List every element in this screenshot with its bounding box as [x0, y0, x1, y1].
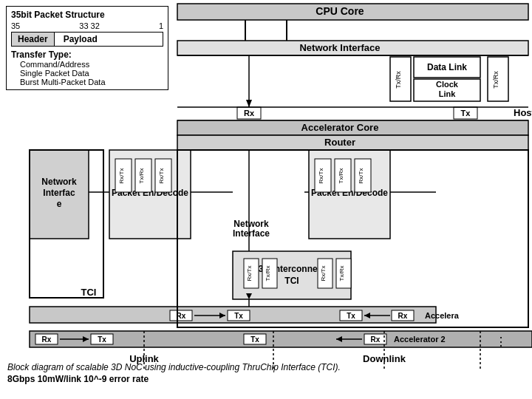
packet-info-box: 35bit Packet Structure 35 33 32 1 Header… — [6, 6, 168, 90]
caption-line2: 8Gbps 10mW/link 10^-9 error rate — [7, 374, 341, 384]
packet-fields: Header Payload — [11, 32, 163, 47]
svg-text:Rx/Tx: Rx/Tx — [118, 168, 125, 184]
svg-text:Tx: Tx — [250, 335, 259, 344]
svg-text:Tx/Rx: Tx/Rx — [138, 168, 145, 184]
svg-text:Rx/Tx: Rx/Tx — [158, 168, 165, 184]
svg-text:Tx: Tx — [347, 312, 355, 320]
svg-text:Rx/Tx: Rx/Tx — [246, 266, 253, 282]
svg-text:Tx: Tx — [461, 109, 471, 117]
svg-text:Tx/Rx: Tx/Rx — [395, 71, 402, 89]
accelerator-core-label: Accelerator Core — [301, 122, 379, 133]
svg-text:Rx: Rx — [244, 109, 255, 117]
svg-text:Accelerator 2: Accelerator 2 — [394, 335, 446, 344]
transfer-type-item-2: Burst Multi-Packet Data — [20, 78, 163, 86]
svg-marker-20 — [246, 100, 252, 107]
svg-text:Tx/Rx: Tx/Rx — [265, 266, 271, 282]
header-cell: Header — [12, 33, 55, 46]
svg-text:TCI: TCI — [284, 276, 299, 286]
svg-text:Tx: Tx — [98, 335, 106, 344]
tci-label: TCI — [81, 287, 97, 298]
svg-text:Rx: Rx — [398, 312, 408, 320]
svg-text:Network: Network — [233, 219, 269, 229]
transfer-type-item-0: Command/Address — [20, 60, 163, 69]
svg-text:Clock: Clock — [436, 80, 459, 89]
caption-line1: Block diagram of scalable 3D NoC using i… — [7, 362, 341, 372]
data-link-label: Data Link — [427, 62, 467, 72]
svg-text:Tx/Rx: Tx/Rx — [338, 168, 344, 184]
svg-text:Tx: Tx — [234, 312, 243, 320]
transfer-type-items: Command/Address Single Packet Data Burst… — [11, 60, 163, 86]
svg-text:Network: Network — [41, 177, 77, 187]
transfer-type-label: Transfer Type: — [11, 50, 72, 60]
cpu-core-label: CPU Core — [316, 5, 364, 17]
host-label: Host — [514, 107, 532, 118]
svg-text:Tx/Rx: Tx/Rx — [492, 71, 499, 89]
svg-text:Interfac: Interfac — [43, 188, 75, 198]
svg-text:Rx: Rx — [371, 335, 381, 344]
svg-text:Interface: Interface — [233, 228, 270, 239]
svg-text:e: e — [57, 199, 62, 209]
packet-bits: 35 33 32 1 — [11, 21, 163, 30]
caption: Block diagram of scalable 3D NoC using i… — [7, 362, 341, 384]
svg-text:Rx/Tx: Rx/Tx — [320, 266, 327, 282]
bit-33-32: 33 32 — [79, 21, 100, 30]
transfer-type: Transfer Type: Command/Address Single Pa… — [11, 50, 163, 86]
svg-text:Link: Link — [439, 89, 456, 98]
transfer-type-item-1: Single Packet Data — [20, 69, 163, 78]
payload-cell: Payload — [55, 33, 106, 46]
svg-text:Tx/Rx: Tx/Rx — [338, 266, 345, 282]
diagram-container: CPU Core Network Interface Data Link Clo… — [0, 0, 532, 399]
svg-text:Rx/Tx: Rx/Tx — [358, 168, 364, 184]
svg-text:Rx/Tx: Rx/Tx — [318, 168, 324, 184]
bit-35: 35 — [11, 21, 20, 30]
network-interface-label: Network Interface — [299, 42, 380, 53]
svg-text:Rx: Rx — [42, 335, 52, 344]
bit-1: 1 — [159, 21, 163, 30]
router-label: Router — [324, 137, 355, 148]
packet-structure-title: 35bit Packet Structure — [11, 10, 163, 20]
svg-text:⋮: ⋮ — [495, 335, 507, 348]
svg-text:Accelera: Accelera — [425, 311, 460, 320]
